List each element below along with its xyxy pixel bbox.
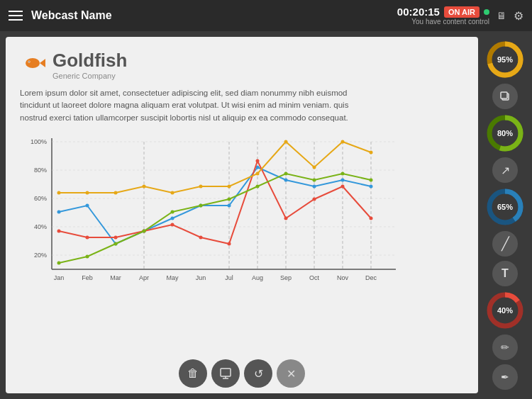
svg-point-69 bbox=[341, 172, 345, 175]
close-button[interactable]: ✕ bbox=[277, 359, 305, 388]
svg-point-49 bbox=[114, 235, 118, 239]
svg-point-71 bbox=[57, 191, 61, 194]
chart-container: 100% 80% 60% 40% 20% Jan Feb Mar bbox=[20, 131, 403, 301]
svg-rect-83 bbox=[221, 369, 231, 376]
svg-point-35 bbox=[57, 210, 61, 213]
svg-text:Feb: Feb bbox=[82, 274, 93, 281]
svg-point-63 bbox=[171, 210, 174, 213]
svg-point-39 bbox=[171, 216, 174, 220]
svg-point-79 bbox=[284, 140, 288, 143]
svg-point-46 bbox=[370, 184, 373, 188]
svg-marker-1 bbox=[40, 59, 45, 67]
svg-text:Dec: Dec bbox=[365, 274, 377, 281]
company-header: Goldfish Generic Company bbox=[20, 50, 464, 80]
onair-dot bbox=[484, 9, 489, 15]
svg-text:95%: 95% bbox=[497, 55, 513, 64]
svg-point-60 bbox=[86, 254, 89, 258]
donut-40-button[interactable]: 40% bbox=[485, 291, 525, 330]
slide-content: Goldfish Generic Company Lorem ipsum dol… bbox=[6, 37, 478, 393]
svg-point-80 bbox=[313, 165, 316, 169]
svg-text:Jun: Jun bbox=[196, 274, 206, 281]
svg-text:Jan: Jan bbox=[54, 274, 65, 281]
slash-tool-button[interactable]: ╱ bbox=[492, 231, 518, 257]
svg-point-72 bbox=[86, 191, 89, 194]
main: Goldfish Generic Company Lorem ipsum dol… bbox=[0, 31, 532, 399]
delete-button[interactable]: 🗑 bbox=[179, 359, 207, 388]
right-panel: 95% 80% ↗ 65% bbox=[478, 31, 532, 399]
svg-point-54 bbox=[256, 159, 260, 162]
svg-text:80%: 80% bbox=[497, 129, 513, 137]
svg-point-70 bbox=[370, 178, 373, 181]
svg-point-59 bbox=[57, 261, 61, 264]
gear-icon[interactable]: ⚙ bbox=[514, 9, 523, 23]
svg-point-74 bbox=[143, 184, 146, 188]
svg-point-62 bbox=[143, 229, 146, 232]
pencil-tool-button[interactable]: ✏ bbox=[492, 335, 518, 360]
svg-point-73 bbox=[114, 191, 118, 194]
hamburger-icon[interactable] bbox=[9, 11, 23, 21]
svg-point-76 bbox=[199, 184, 203, 188]
svg-point-57 bbox=[341, 184, 345, 188]
svg-point-64 bbox=[199, 203, 203, 207]
svg-point-82 bbox=[370, 150, 373, 154]
text-tool-button[interactable]: T bbox=[492, 261, 518, 286]
donut-95-button[interactable]: 95% bbox=[485, 40, 525, 79]
topbar-right: 00:20:15 ON AIR You have content control… bbox=[397, 6, 523, 26]
undo-button[interactable]: ↺ bbox=[244, 359, 272, 388]
svg-point-61 bbox=[114, 242, 118, 245]
svg-point-56 bbox=[313, 197, 316, 201]
svg-point-47 bbox=[57, 229, 61, 232]
fish-icon bbox=[20, 50, 45, 79]
svg-point-77 bbox=[228, 184, 231, 188]
onair-badge: ON AIR bbox=[444, 6, 480, 18]
svg-rect-90 bbox=[501, 92, 507, 99]
lorem-text: Lorem ipsum dolor sit amet, consectetuer… bbox=[20, 87, 360, 124]
svg-text:Apr: Apr bbox=[139, 274, 149, 281]
company-name-sub: Generic Company bbox=[52, 72, 127, 80]
svg-point-45 bbox=[341, 178, 345, 181]
svg-text:65%: 65% bbox=[497, 203, 513, 211]
svg-text:Mar: Mar bbox=[110, 274, 121, 281]
chart-svg: 100% 80% 60% 40% 20% Jan Feb Mar bbox=[20, 131, 403, 301]
svg-text:40%: 40% bbox=[34, 223, 47, 230]
present-button[interactable] bbox=[211, 359, 240, 388]
timer-section: 00:20:15 ON AIR You have content control bbox=[397, 6, 489, 26]
topbar: Webcast Name 00:20:15 ON AIR You have co… bbox=[0, 0, 532, 31]
svg-point-55 bbox=[284, 216, 288, 220]
svg-point-53 bbox=[228, 242, 231, 245]
company-name-block: Goldfish Generic Company bbox=[52, 50, 127, 80]
svg-point-66 bbox=[256, 184, 260, 188]
bottom-bar: 🗑 ↺ ✕ bbox=[179, 359, 305, 388]
svg-point-75 bbox=[171, 191, 174, 194]
svg-point-81 bbox=[341, 140, 345, 143]
svg-point-0 bbox=[26, 58, 40, 68]
svg-point-52 bbox=[199, 235, 203, 239]
svg-text:80%: 80% bbox=[34, 167, 47, 174]
topbar-title: Webcast Name bbox=[31, 9, 112, 22]
svg-point-3 bbox=[28, 61, 30, 62]
donut-80-button[interactable]: 80% bbox=[485, 113, 525, 153]
svg-point-44 bbox=[313, 184, 316, 188]
svg-point-43 bbox=[284, 178, 288, 181]
svg-point-36 bbox=[86, 203, 89, 207]
svg-point-68 bbox=[313, 178, 316, 181]
svg-point-48 bbox=[86, 235, 89, 239]
svg-point-41 bbox=[228, 203, 231, 207]
pen-tool-button[interactable]: ✒ bbox=[492, 364, 518, 390]
donut-65-button[interactable]: 65% bbox=[485, 187, 525, 227]
svg-text:May: May bbox=[166, 274, 179, 281]
content-control: You have content control bbox=[411, 18, 489, 26]
svg-point-58 bbox=[370, 216, 373, 220]
svg-text:20%: 20% bbox=[34, 252, 47, 259]
svg-text:Oct: Oct bbox=[309, 274, 320, 281]
svg-text:Jul: Jul bbox=[225, 274, 233, 281]
copy-tool-button[interactable] bbox=[492, 84, 518, 109]
arrow-tool-button[interactable]: ↗ bbox=[492, 157, 518, 183]
svg-text:Sep: Sep bbox=[280, 274, 292, 281]
timer-row: 00:20:15 ON AIR bbox=[397, 6, 489, 18]
svg-point-65 bbox=[228, 197, 231, 201]
svg-text:60%: 60% bbox=[34, 195, 47, 202]
svg-text:40%: 40% bbox=[497, 306, 513, 315]
svg-text:Nov: Nov bbox=[337, 274, 349, 281]
svg-point-78 bbox=[256, 172, 260, 175]
